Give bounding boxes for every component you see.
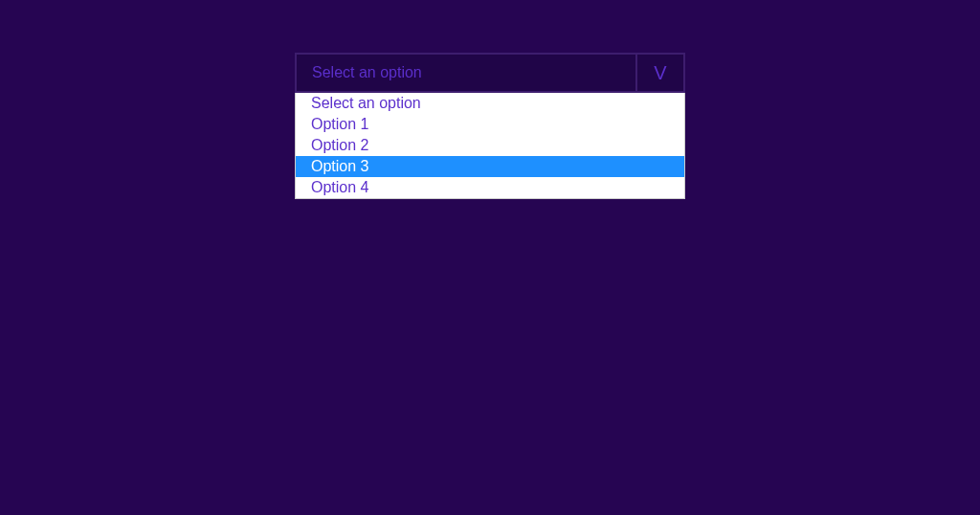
chevron-down-icon[interactable]: V [635,55,683,91]
dropdown-option-1[interactable]: Option 1 [296,114,684,135]
dropdown-header[interactable]: Select an option V [295,53,685,93]
dropdown[interactable]: Select an option V Select an option Opti… [295,53,685,199]
dropdown-option-3[interactable]: Option 3 [296,156,684,177]
dropdown-option-4[interactable]: Option 4 [296,177,684,198]
dropdown-option-2[interactable]: Option 2 [296,135,684,156]
dropdown-option-placeholder[interactable]: Select an option [296,93,684,114]
dropdown-list: Select an option Option 1 Option 2 Optio… [295,93,685,199]
dropdown-selected-label: Select an option [297,55,635,91]
